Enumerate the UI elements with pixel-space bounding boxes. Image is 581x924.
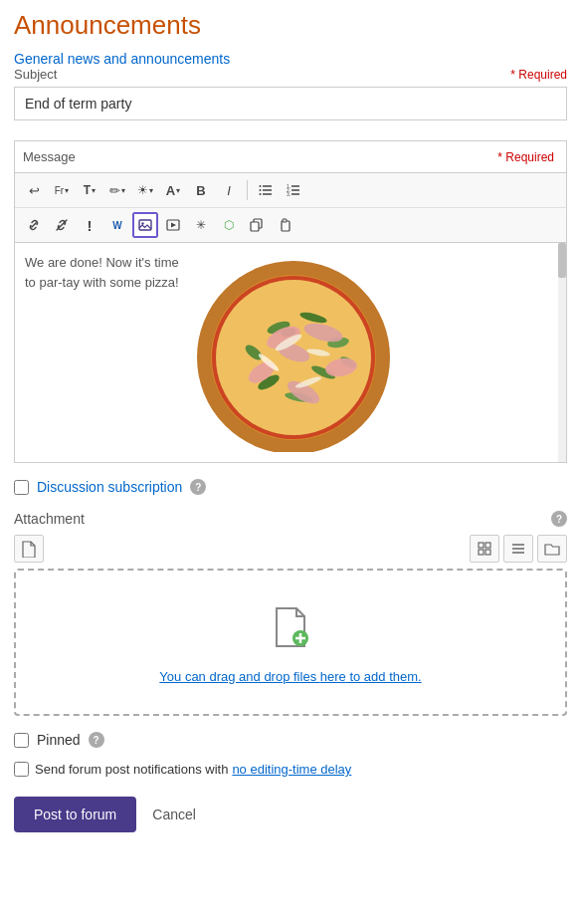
message-label: Message	[15, 145, 84, 168]
notify-checkbox[interactable]	[14, 762, 29, 777]
cancel-button[interactable]: Cancel	[152, 797, 196, 832]
drop-text: You can drag and drop files here to add …	[36, 669, 545, 684]
undo-btn[interactable]: ↩	[21, 177, 47, 203]
svg-rect-45	[479, 550, 484, 555]
editor-scrollbar-thumb[interactable]	[558, 243, 566, 278]
add-file-btn[interactable]	[14, 535, 44, 563]
word-btn[interactable]: W	[104, 212, 130, 238]
pizza-image	[194, 253, 393, 452]
font-size-btn[interactable]: T	[77, 177, 102, 203]
svg-rect-19	[283, 219, 287, 222]
svg-rect-44	[485, 543, 490, 548]
copy-btn[interactable]	[244, 212, 270, 238]
attachment-help-icon[interactable]: ?	[551, 511, 567, 527]
special-char-btn[interactable]: !	[77, 212, 102, 238]
pinned-label: Pinned	[37, 732, 81, 748]
unlink-btn[interactable]	[49, 212, 75, 238]
editor-scrollbar-track	[558, 243, 566, 462]
discussion-help-icon[interactable]: ?	[190, 479, 206, 495]
drop-here-link[interactable]: here	[320, 669, 346, 684]
subject-required: * Required	[510, 68, 567, 82]
svg-rect-46	[485, 550, 490, 555]
notify-row: Send forum post notifications with no ed…	[14, 762, 567, 777]
editor-text: We are done! Now it's time to par-tay wi…	[25, 253, 184, 452]
discussion-checkbox[interactable]	[14, 480, 29, 495]
svg-point-13	[141, 222, 143, 224]
svg-rect-43	[479, 543, 484, 548]
emoticon-btn[interactable]: ✳	[188, 212, 214, 238]
att-folder-view-btn[interactable]	[537, 535, 567, 563]
notify-label: Send forum post notifications with no ed…	[35, 762, 351, 777]
plugin-btn[interactable]: ⬡	[216, 212, 242, 238]
post-to-forum-button[interactable]: Post to forum	[14, 797, 136, 832]
att-toolbar-right	[470, 535, 567, 563]
toolbar-row-1: ↩ Fr T ✏ ☀ A B I 1.2.3.	[15, 173, 566, 207]
list-ol-btn[interactable]: 1.2.3.	[281, 177, 306, 203]
toolbar-row-2: ! W ✳ ⬡	[15, 207, 566, 242]
highlight-btn[interactable]: ☀	[132, 177, 158, 203]
attachment-label-text: Attachment	[14, 511, 85, 527]
font-family-btn[interactable]: Fr	[49, 177, 75, 203]
toolbar-sep-1	[247, 180, 248, 200]
page-title: Announcements	[14, 10, 567, 41]
discussion-subscription-row: Discussion subscription ?	[14, 479, 567, 495]
editor-toolbar: ↩ Fr T ✏ ☀ A B I 1.2.3.	[15, 172, 566, 243]
svg-point-5	[260, 193, 262, 195]
drop-icon	[269, 600, 313, 659]
media-btn[interactable]	[160, 212, 186, 238]
link-btn[interactable]	[21, 212, 47, 238]
text-format-btn[interactable]: A	[160, 177, 186, 203]
att-list-view-btn[interactable]	[503, 535, 533, 563]
svg-rect-17	[251, 222, 259, 231]
svg-rect-12	[139, 220, 151, 230]
svg-marker-15	[171, 223, 176, 228]
editor-content: We are done! Now it's time to par-tay wi…	[25, 253, 556, 452]
italic-btn[interactable]: I	[216, 177, 242, 203]
svg-point-3	[260, 185, 262, 187]
pinned-checkbox[interactable]	[14, 733, 29, 748]
list-ul-btn[interactable]	[253, 177, 279, 203]
text-color-btn[interactable]: ✏	[104, 177, 130, 203]
page-subtitle[interactable]: General news and announcements	[14, 51, 230, 67]
paste-btn[interactable]	[272, 212, 297, 238]
message-required: * Required	[497, 150, 560, 164]
drop-zone[interactable]: You can drag and drop files here to add …	[14, 569, 567, 716]
svg-point-4	[260, 189, 262, 191]
attachment-toolbar	[14, 535, 567, 563]
editor-area[interactable]: We are done! Now it's time to par-tay wi…	[15, 243, 566, 462]
image-btn[interactable]	[132, 212, 158, 238]
pinned-row: Pinned ?	[14, 732, 567, 748]
att-grid-view-btn[interactable]	[470, 535, 499, 563]
notify-link[interactable]: no editing-time delay	[232, 762, 351, 777]
discussion-label[interactable]: Discussion subscription	[37, 479, 182, 495]
message-section: Message * Required ↩ Fr T ✏ ☀ A B I 1.2.…	[14, 140, 567, 463]
bold-btn[interactable]: B	[188, 177, 214, 203]
attachment-section: Attachment ?	[14, 511, 567, 716]
pinned-help-icon[interactable]: ?	[89, 732, 104, 748]
svg-text:3.: 3.	[287, 191, 290, 197]
subject-input[interactable]	[14, 87, 567, 120]
action-row: Post to forum Cancel	[14, 797, 567, 832]
subject-label: Subject	[14, 67, 57, 82]
